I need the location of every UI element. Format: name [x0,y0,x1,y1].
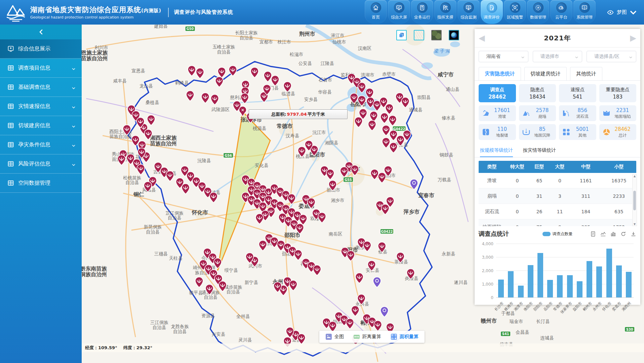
hazard-pin[interactable] [166,171,174,181]
globe-thumbnail[interactable] [449,30,459,40]
sub-tab-按规模等级统计[interactable]: 按规模等级统计 [480,147,513,157]
stat-button-重要隐患点[interactable]: 重要隐患点183 [599,84,637,102]
nav-item-cloud[interactable]: 云平台 [550,0,572,24]
sub-tab-按灾情等级统计[interactable]: 按灾情等级统计 [523,147,556,156]
hazard-pin[interactable] [347,251,355,261]
scrollbar-thumb[interactable] [633,191,636,210]
sidebar-item[interactable]: 基础调查信息 [0,78,82,97]
nav-item-command[interactable]: 指挥支撑 [434,0,456,24]
region-select-2[interactable]: 请选择县/区 [587,51,636,62]
hazard-pin[interactable] [313,265,321,276]
hazard-pin[interactable] [147,115,155,125]
stat-button-调查点[interactable]: 调查点28462 [479,84,516,102]
hazard-pin[interactable] [196,68,204,78]
sidebar-item[interactable]: 调查项目信息 [0,59,82,78]
hazard-pin[interactable] [182,184,190,194]
hazard-pin[interactable] [211,95,218,105]
hazard-pin[interactable] [219,281,227,292]
sidebar-item[interactable]: 空间数据管理 [0,174,82,193]
bar-chart-icon[interactable] [610,231,616,237]
hazard-pin[interactable] [188,66,196,76]
nav-item-warning[interactable]: 区域预警 [504,0,526,24]
nav-item-survey[interactable]: 调查评价 [481,0,503,24]
sidebar-item[interactable]: 灾情速报信息 [0,97,82,116]
stat-button-速报点[interactable]: 速报点541 [559,84,596,102]
region-select-1[interactable]: 请选择市 [533,51,582,62]
hazard-pin[interactable] [201,93,209,103]
map-tool-area-measure[interactable]: 面积量算 [391,333,418,340]
tab-灾害隐患统计[interactable]: 灾害隐患统计 [479,67,521,80]
sidebar-item[interactable]: 综合信息展示 [0,39,82,59]
hazard-pin[interactable] [346,319,354,329]
year-next-button[interactable]: ▶ [630,34,636,42]
hazard-stat-总计[interactable]: 28462总计 [599,124,637,140]
nav-item-monitor[interactable]: 综合监测 [457,0,480,24]
hazard-stat-地面塌陷[interactable]: 2231地面塌陷 [599,105,637,121]
year-prev-button[interactable]: ◀ [479,34,485,42]
hazard-pin[interactable] [271,75,279,86]
tab-切坡建房统计[interactable]: 切坡建房统计 [524,67,567,80]
street-map-thumbnail[interactable] [414,30,424,40]
hazard-stat-地裂缝[interactable]: 110地裂缝 [479,124,516,140]
hazard-stat-地面沉降[interactable]: 85地面沉降 [519,124,556,140]
hazard-pin[interactable] [294,250,302,260]
hazard-pin[interactable] [368,120,376,131]
hazard-pin[interactable] [284,82,291,92]
chart-legend[interactable]: 调查点数量 [542,231,573,237]
hazard-pin[interactable] [210,192,217,203]
hazard-pin[interactable] [390,143,397,153]
hazard-pin[interactable] [386,104,393,114]
data-view-icon[interactable] [590,231,596,237]
hazard-pin[interactable] [355,117,362,128]
hazard-pin[interactable] [382,138,390,148]
line-chart-icon[interactable] [600,231,606,237]
map-tool-distance-measure[interactable]: 距离量算 [353,333,381,340]
hazard-pin[interactable] [289,280,297,291]
scroll-up-icon[interactable]: ▲ [634,175,636,178]
hazard-pin-alt[interactable] [373,277,381,287]
hazard-pin[interactable] [390,130,397,141]
nav-item-system[interactable]: 系统管理 [573,0,596,24]
hazard-pin[interactable] [264,71,272,82]
hazard-pin-alt[interactable] [380,306,388,317]
hazard-pin[interactable] [351,306,359,316]
hazard-pin[interactable] [374,321,382,331]
hazard-pin[interactable] [251,67,258,78]
sidebar-collapse-button[interactable] [0,25,82,39]
hazard-pin[interactable] [218,67,226,78]
hazard-pin[interactable] [195,277,203,287]
nav-item-data[interactable]: 数据管理 [527,0,549,24]
table-scrollbar[interactable]: ▲ ▼ [632,174,637,226]
hazard-stat-崩塌[interactable]: 2578崩塌 [519,105,556,121]
region-select-0[interactable]: 湖南省 [479,51,528,62]
hazard-pin[interactable] [326,169,334,180]
map-tool-full-extent[interactable]: 全图 [325,333,344,340]
hazard-pin[interactable] [215,77,223,87]
hazard-pin[interactable] [186,91,194,101]
refresh-icon[interactable] [620,231,626,237]
hazard-pin[interactable] [356,273,363,283]
hazard-stat-其他[interactable]: 5001其他 [559,124,596,140]
download-icon[interactable] [631,231,636,237]
scroll-down-icon[interactable]: ▼ [634,223,636,226]
hazard-pin[interactable] [389,115,397,126]
layers-icon[interactable] [396,30,407,40]
hazard-stat-泥石流[interactable]: 856泥石流 [559,105,596,121]
nav-item-home[interactable]: 首页 [365,0,387,24]
hazard-pin[interactable] [380,113,388,123]
user-area[interactable]: 梦图 [607,9,637,16]
stat-button-隐患点[interactable]: 隐患点18434 [519,84,556,102]
hazard-stat-滑坡[interactable]: 17601滑坡 [479,105,516,121]
sidebar-item[interactable]: 风险评估信息 [0,154,82,174]
hazard-pin[interactable] [370,111,377,122]
sidebar-item[interactable]: 孕灾条件信息 [0,135,82,154]
hazard-pin[interactable] [382,125,390,136]
hazard-pin[interactable] [401,97,409,108]
hazard-pin[interactable] [371,169,378,180]
hazard-pin[interactable] [329,321,336,332]
hazard-pin[interactable] [118,155,125,165]
nav-item-dashboard[interactable]: 综合大屏 [388,0,410,24]
hazard-pin[interactable] [259,241,267,251]
sidebar-item[interactable]: 切坡建房信息 [0,116,82,135]
nav-item-business[interactable]: 业务运行 [411,0,433,24]
